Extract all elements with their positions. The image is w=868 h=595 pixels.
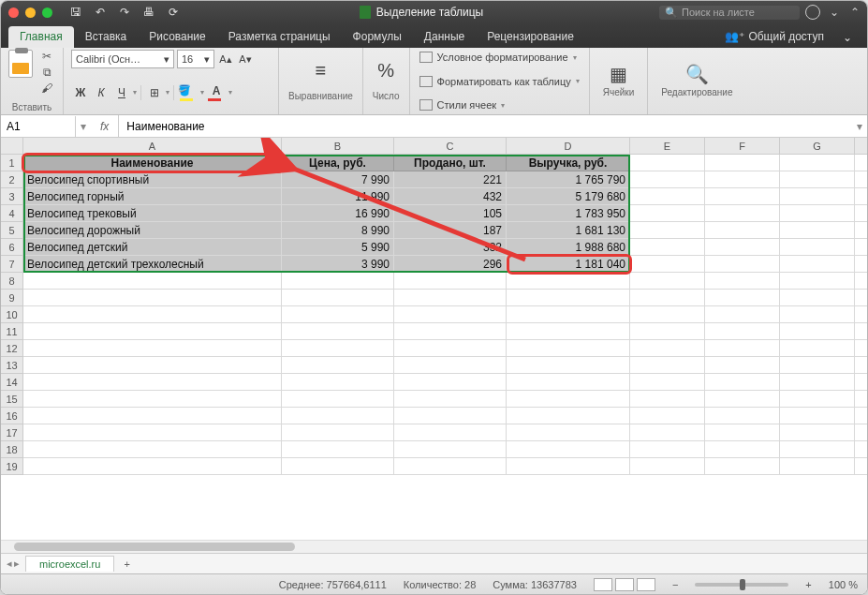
refresh-icon[interactable]: ⟳: [163, 4, 184, 21]
cell[interactable]: 7 990: [282, 171, 394, 188]
add-sheet-button[interactable]: +: [114, 557, 139, 572]
cell[interactable]: [780, 222, 855, 239]
ribbon-toggle-icon[interactable]: ⌃: [850, 6, 860, 19]
row-header[interactable]: 13: [1, 357, 23, 374]
search-input[interactable]: 🔍 Поиск на листе: [659, 6, 800, 20]
cell[interactable]: [630, 290, 705, 306]
cell[interactable]: [855, 222, 867, 239]
cell[interactable]: [855, 458, 867, 475]
cell[interactable]: [705, 256, 780, 273]
cell[interactable]: [394, 374, 507, 391]
italic-button[interactable]: К: [92, 83, 110, 102]
save-icon[interactable]: 🖫: [66, 4, 86, 21]
cell[interactable]: [780, 205, 855, 222]
cell[interactable]: [630, 306, 705, 323]
cell[interactable]: [780, 408, 855, 424]
font-size-select[interactable]: 16▾: [177, 50, 214, 68]
cell[interactable]: [282, 357, 394, 374]
cell[interactable]: 221: [394, 171, 507, 188]
cell[interactable]: [630, 239, 705, 256]
cell[interactable]: [705, 222, 780, 239]
maximize-icon[interactable]: [42, 7, 52, 18]
zoom-out-button[interactable]: −: [672, 579, 678, 590]
row-header[interactable]: 18: [1, 441, 23, 458]
cell[interactable]: [23, 424, 282, 441]
cell[interactable]: Велосипед горный: [23, 188, 282, 205]
cell[interactable]: [705, 171, 780, 188]
cell[interactable]: [23, 441, 282, 458]
cell[interactable]: [780, 424, 855, 441]
find-icon[interactable]: 🔍: [685, 63, 709, 85]
cell[interactable]: [23, 408, 282, 424]
cell[interactable]: [630, 256, 705, 273]
sheet-first-icon[interactable]: ◂: [7, 558, 12, 570]
minimize-icon[interactable]: [25, 7, 36, 18]
cell[interactable]: [23, 273, 282, 290]
expand-icon[interactable]: ▾: [852, 120, 867, 133]
cell[interactable]: [630, 155, 705, 171]
tab-insert[interactable]: Вставка: [74, 26, 139, 48]
cell[interactable]: [507, 424, 630, 441]
cell[interactable]: [705, 357, 780, 374]
cell[interactable]: [630, 441, 705, 458]
cell[interactable]: [23, 323, 282, 340]
cell[interactable]: [630, 357, 705, 374]
cell[interactable]: [855, 357, 867, 374]
row-header[interactable]: 12: [1, 340, 23, 357]
chevron-down-icon[interactable]: ▾: [228, 88, 232, 97]
cell[interactable]: 1 681 130: [507, 222, 630, 239]
cell[interactable]: [630, 188, 705, 205]
view-pagebreak-button[interactable]: [637, 578, 655, 591]
cell[interactable]: [780, 391, 855, 408]
cell[interactable]: [394, 273, 507, 290]
cell[interactable]: [855, 290, 867, 306]
undo-icon[interactable]: ↶: [90, 4, 110, 21]
tab-data[interactable]: Данные: [413, 26, 476, 48]
cell[interactable]: 5 990: [282, 239, 394, 256]
cell[interactable]: [855, 340, 867, 357]
cell[interactable]: 8 990: [282, 222, 394, 239]
formula-value[interactable]: Наименование: [119, 120, 852, 133]
cell[interactable]: [394, 441, 507, 458]
cell[interactable]: 1 988 680: [507, 239, 630, 256]
cell[interactable]: [855, 256, 867, 273]
cell[interactable]: 296: [394, 256, 507, 273]
cell[interactable]: [394, 458, 507, 475]
borders-button[interactable]: ⊞: [145, 83, 164, 102]
cell[interactable]: [855, 306, 867, 323]
feedback-icon[interactable]: [805, 5, 820, 20]
cell[interactable]: Велосипед дорожный: [23, 222, 282, 239]
format-as-table-button[interactable]: Форматировать как таблицу▾: [419, 76, 580, 87]
cell[interactable]: [705, 340, 780, 357]
cell[interactable]: 332: [394, 239, 507, 256]
zoom-slider[interactable]: [695, 583, 788, 587]
row-header[interactable]: 7: [1, 256, 23, 273]
cell[interactable]: [705, 239, 780, 256]
cell[interactable]: [705, 205, 780, 222]
cell[interactable]: [855, 188, 867, 205]
cell[interactable]: [705, 155, 780, 171]
column-header[interactable]: B: [282, 138, 394, 155]
redo-icon[interactable]: ↷: [114, 4, 135, 21]
cell[interactable]: Велосипед трековый: [23, 205, 282, 222]
cell[interactable]: [394, 306, 507, 323]
cell[interactable]: [23, 391, 282, 408]
cell[interactable]: [630, 391, 705, 408]
cell[interactable]: [630, 205, 705, 222]
cell[interactable]: Велосипед спортивный: [23, 171, 282, 188]
cell[interactable]: [855, 205, 867, 222]
zoom-in-button[interactable]: +: [805, 579, 811, 590]
cell[interactable]: [507, 290, 630, 306]
cell[interactable]: 5 179 680: [507, 188, 630, 205]
column-header[interactable]: F: [705, 138, 780, 155]
chevron-down-icon[interactable]: ▾: [200, 88, 204, 97]
cell[interactable]: [507, 391, 630, 408]
cell[interactable]: [630, 171, 705, 188]
cell[interactable]: [23, 340, 282, 357]
cell[interactable]: [507, 408, 630, 424]
cell[interactable]: [282, 374, 394, 391]
cell[interactable]: [780, 188, 855, 205]
cell[interactable]: [507, 340, 630, 357]
cell[interactable]: [282, 323, 394, 340]
column-header[interactable]: C: [394, 138, 507, 155]
